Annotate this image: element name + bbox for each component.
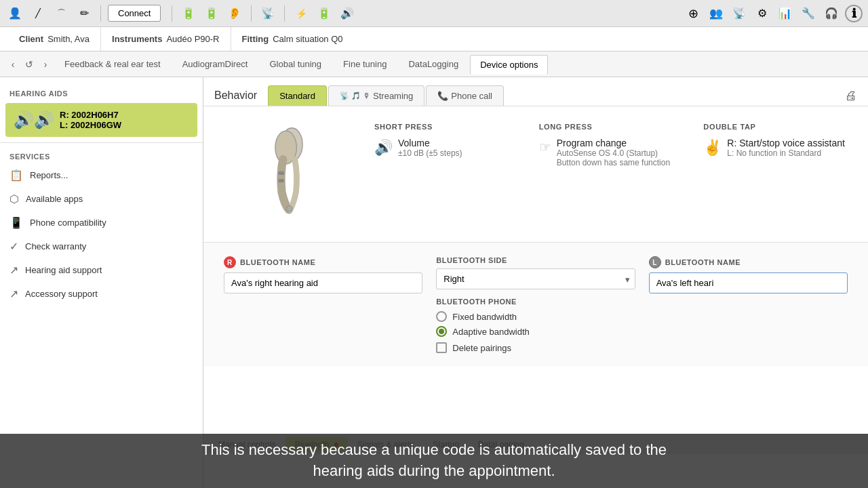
nav-forward[interactable]: › <box>38 57 53 72</box>
instruments-section: Instruments Audéo P90-R <box>101 27 231 51</box>
hearing-aid-svg <box>262 127 316 222</box>
hearing-aid-left: L: 2002H06GW <box>60 120 121 130</box>
bt-left-label-text: BLUETOOTH NAME <box>665 258 741 266</box>
phone-icon: 📱 <box>9 216 23 229</box>
sidebar-item-check-warranty[interactable]: ✓ Check warranty <box>0 235 203 258</box>
bt-side-label-text: BLUETOOTH SIDE <box>436 256 507 264</box>
nav-bar: ‹ ↺ › Feedback & real ear test Audiogram… <box>0 52 868 77</box>
toolbar: 👤 ╱ ⌒ ✏ Connect 🔋 🔋 👂 📡 ⚡ 🔋 🔊 ⊕ 👥 📡 ⚙ 📊 … <box>0 0 868 27</box>
edit-icon[interactable]: ✏ <box>75 4 94 23</box>
tooltip-text: This is necessary because a unique code … <box>174 440 694 482</box>
nav-refresh[interactable]: ↺ <box>22 57 37 72</box>
tab-phone-call[interactable]: 📞 Phone call <box>426 85 504 106</box>
tooltip-overlay: This is necessary because a unique code … <box>0 434 868 488</box>
delete-pairings-checkbox[interactable] <box>436 342 447 353</box>
accessory-icon: ↗ <box>9 287 18 300</box>
bt-right-label-text: BLUETOOTH NAME <box>240 258 315 266</box>
people-icon[interactable]: 👥 <box>707 4 726 23</box>
bluetooth-icon[interactable]: ⚡ <box>292 4 311 23</box>
svg-rect-2 <box>278 171 284 175</box>
delete-pairings-label: Delete pairings <box>452 343 511 353</box>
streaming-label: Streaming <box>373 91 413 101</box>
fitting-section: Fitting Calm situation Q0 <box>231 27 354 51</box>
antenna-icon[interactable]: 📡 <box>730 4 749 23</box>
sidebar-item-available-apps[interactable]: ⬡ Available apps <box>0 187 203 211</box>
curve2-icon[interactable]: ⌒ <box>52 4 71 23</box>
hearing-aid-item[interactable]: 🔊🔊 R: 2002H06H7 L: 2002H06GW <box>5 103 197 137</box>
bt-left-field-label: L BLUETOOTH NAME <box>649 256 848 268</box>
bt-left-badge: L <box>649 256 661 268</box>
bt-right-name-input[interactable] <box>224 272 422 293</box>
streaming-icon[interactable]: 📡 <box>258 4 277 23</box>
fitting-label: Fitting <box>242 34 269 44</box>
short-press-column: SHORT PRESS 🔊 Volume ±10 dB (±5 steps) <box>363 117 528 231</box>
sidebar-item-phone-compat[interactable]: 📱 Phone compatibility <box>0 211 203 235</box>
battery-right-icon: 🔋 <box>315 4 334 23</box>
tab-feedback[interactable]: Feedback & real ear test <box>54 54 171 74</box>
sidebar-item-hearing-aid-support[interactable]: ↗ Hearing aid support <box>0 258 203 282</box>
tab-audiogram[interactable]: AudiogramDirect <box>172 54 258 74</box>
fitting-value: Calm situation Q0 <box>273 34 342 44</box>
sidebar-item-accessory-label: Accessory support <box>25 289 98 299</box>
nav-back[interactable]: ‹ <box>5 57 20 72</box>
sep2 <box>172 5 172 22</box>
short-press-item: 🔊 Volume ±10 dB (±5 steps) <box>374 138 517 158</box>
sidebar-item-support-label: Hearing aid support <box>25 265 102 275</box>
sidebar: HEARING AIDS 🔊🔊 R: 2002H06H7 L: 2002H06G… <box>0 77 203 488</box>
info-icon[interactable]: ℹ <box>845 5 863 22</box>
bt-right-field-label: R BLUETOOTH NAME <box>224 256 422 268</box>
wrench-icon[interactable]: 🔧 <box>799 4 818 23</box>
instruments-label: Instruments <box>112 34 162 44</box>
tab-streaming[interactable]: 📡 🎵 🎙 Streaming <box>328 85 425 106</box>
bt-left-name-input[interactable] <box>649 272 848 293</box>
toolbar-right: ⊕ 👥 📡 ⚙ 📊 🔧 🎧 ℹ <box>684 4 863 23</box>
long-press-icon: ☞ <box>539 139 551 155</box>
bt-side-select[interactable]: Right Left Both <box>436 268 635 289</box>
phone-call-icon: 📞 <box>437 91 448 101</box>
tooltip-line1: This is necessary because a unique code … <box>201 441 667 458</box>
sliders-icon[interactable]: ⚙ <box>753 4 772 23</box>
double-tap-column: DOUBLE TAP ✌ R: Start/stop voice assista… <box>692 117 857 231</box>
phone-call-label: Phone call <box>451 91 492 101</box>
person-icon[interactable]: 👤 <box>5 4 24 23</box>
content-area: Behavior Standard 📡 🎵 🎙 Streaming 📞 Phon… <box>203 77 868 488</box>
connect-button[interactable]: Connect <box>108 5 161 22</box>
fixed-bandwidth-radio[interactable] <box>436 311 447 322</box>
fixed-bandwidth-row[interactable]: Fixed bandwidth <box>436 311 635 322</box>
volume-press-icon: 🔊 <box>374 139 393 157</box>
bt-side-field-label: BLUETOOTH SIDE <box>436 256 635 264</box>
sidebar-item-reports[interactable]: 📋 Reports... <box>0 163 203 187</box>
battery-100-icon: 🔋 <box>202 4 221 23</box>
headphone-icon[interactable]: 🎧 <box>822 4 841 23</box>
client-value: Smith, Ava <box>47 34 90 44</box>
adaptive-bandwidth-radio[interactable] <box>436 326 447 337</box>
tab-standard[interactable]: Standard <box>268 85 327 106</box>
tab-device-options[interactable]: Device options <box>470 55 548 75</box>
double-tap-item: ✌ R: Start/stop voice assistant L: No fu… <box>703 138 846 158</box>
double-tap-main-l: L: No function in Standard <box>727 148 845 158</box>
behavior-tabs-bar: Behavior Standard 📡 🎵 🎙 Streaming 📞 Phon… <box>203 77 868 106</box>
long-press-sub2: Button down has same function <box>557 158 670 167</box>
hearing-aid-right: R: 2002H06H7 <box>60 110 121 120</box>
volume-icon[interactable]: 🔊 <box>338 4 357 23</box>
chart-icon[interactable]: 📊 <box>776 4 795 23</box>
short-press-text: Volume ±10 dB (±5 steps) <box>398 138 462 158</box>
double-tap-title: DOUBLE TAP <box>703 123 846 131</box>
print-icon[interactable]: 🖨 <box>845 89 857 103</box>
sidebar-item-accessory-support[interactable]: ↗ Accessory support <box>0 282 203 306</box>
warranty-icon: ✓ <box>9 240 18 253</box>
curve1-icon[interactable]: ╱ <box>28 4 47 23</box>
adaptive-bandwidth-row[interactable]: Adaptive bandwidth <box>436 326 635 337</box>
sidebar-item-reports-label: Reports... <box>30 170 68 180</box>
double-tap-icon: ✌ <box>703 139 722 157</box>
delete-pairings-row[interactable]: Delete pairings <box>436 342 635 353</box>
tab-global[interactable]: Global tuning <box>259 54 332 74</box>
fixed-bandwidth-label: Fixed bandwidth <box>452 312 517 322</box>
target-icon[interactable]: ⊕ <box>684 4 703 23</box>
tab-datalogging[interactable]: DataLogging <box>398 54 469 74</box>
tab-fine[interactable]: Fine tuning <box>333 54 397 74</box>
behavior-label: Behavior <box>214 89 257 102</box>
sep3 <box>251 5 252 22</box>
sep4 <box>284 5 285 22</box>
long-press-title: LONG PRESS <box>539 123 682 131</box>
